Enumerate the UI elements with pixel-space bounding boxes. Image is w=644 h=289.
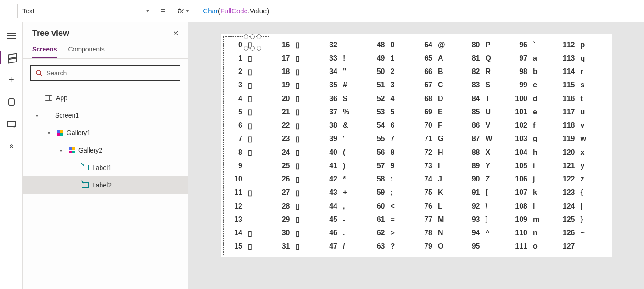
fx-button[interactable]: fx ▼ (171, 0, 196, 22)
tree-node-label1[interactable]: Label1 (23, 159, 188, 176)
ascii-cell: 109m (512, 213, 560, 226)
ascii-cell: 81Q (465, 51, 512, 65)
ascii-char: @ (438, 41, 445, 49)
ascii-cell: 22▯ (274, 119, 322, 132)
ascii-code: 116 (560, 95, 575, 103)
ascii-code: 122 (560, 175, 575, 183)
ascii-char: J (438, 175, 445, 183)
ascii-cell: 97a (512, 51, 560, 65)
ascii-cell: 73I (417, 159, 465, 172)
resize-handle[interactable] (244, 46, 248, 51)
ascii-char: c (533, 81, 540, 89)
ascii-cell: 71G (417, 132, 465, 146)
ascii-char: ( (343, 148, 350, 157)
ascii-cell: 105i (512, 159, 560, 172)
tree-node-screen1[interactable]: ▾ Screen1 (23, 107, 188, 124)
canvas-area[interactable]: 0▯1▯2▯3▯4▯5▯6▯7▯8▯91011▯121314▯15▯16▯17▯… (188, 22, 644, 289)
gallery1-selection-outline[interactable] (223, 36, 269, 255)
ascii-cell: 79O (417, 240, 465, 253)
tree: App ▾ Screen1 ▾ Gallery1 ▾ Gallery2 Labe… (23, 87, 188, 196)
resize-handle[interactable] (250, 46, 255, 51)
ascii-cell: 29▯ (274, 213, 322, 226)
ascii-char: y (581, 162, 588, 170)
property-selector[interactable]: Text ▼ (17, 4, 155, 18)
chevron-down-icon[interactable]: ▾ (60, 148, 65, 153)
tree-node-label: Label2 (92, 181, 112, 189)
search-input[interactable]: Search (30, 65, 180, 81)
ascii-code: 103 (512, 135, 527, 143)
data-icon[interactable] (6, 96, 17, 108)
ascii-cell: 89Y (465, 159, 512, 172)
chevron-down-icon[interactable]: ▾ (36, 113, 41, 118)
ascii-char: k (533, 188, 540, 197)
ascii-cell: 110n (512, 227, 560, 240)
ascii-code: 109 (512, 215, 527, 224)
ascii-char: > (391, 229, 398, 237)
ascii-cell: 111o (512, 240, 560, 253)
tab-components[interactable]: Components (68, 43, 104, 58)
advanced-tools-icon[interactable]: ጰ (6, 141, 17, 152)
ascii-code: 87 (465, 135, 480, 143)
ascii-code: 40 (322, 148, 337, 157)
ascii-code: 66 (417, 68, 432, 76)
ascii-code: 107 (512, 188, 527, 197)
ascii-cell: 66B (417, 65, 465, 79)
ascii-char: ▯ (296, 229, 303, 238)
ascii-cell: 119w (560, 132, 607, 146)
media-icon[interactable] (6, 119, 17, 130)
ascii-cell: 62> (370, 227, 417, 240)
resize-handle[interactable] (257, 34, 261, 39)
tree-node-label2[interactable]: Label2 ... (23, 176, 188, 194)
ascii-cell: 17▯ (274, 51, 322, 65)
ascii-cell: 69E (417, 105, 465, 119)
ascii-cell: 94^ (465, 227, 512, 240)
hamburger-icon[interactable] (6, 30, 17, 41)
ascii-char: I (438, 162, 445, 170)
label-icon (82, 182, 89, 188)
ascii-char: ▯ (296, 54, 303, 62)
tree-node-gallery1[interactable]: ▾ Gallery1 (23, 124, 188, 142)
tree-node-gallery2[interactable]: ▾ Gallery2 (23, 142, 188, 159)
ascii-char: t (581, 95, 588, 103)
ascii-char: ▯ (296, 215, 303, 224)
gallery2-template-outline[interactable] (226, 36, 266, 48)
ascii-code: 39 (322, 135, 337, 143)
ascii-cell: 90Z (465, 173, 512, 186)
ascii-cell: 40( (322, 146, 370, 159)
ascii-char: O (438, 242, 445, 250)
ascii-code: 105 (512, 162, 527, 170)
ascii-char: ▯ (296, 68, 303, 76)
ascii-char: S (486, 81, 493, 89)
ascii-char: { (581, 188, 588, 197)
chevron-down-icon: ▼ (146, 8, 150, 13)
ascii-cell: 61= (370, 213, 417, 226)
tree-view-icon[interactable] (6, 52, 17, 63)
ascii-code: 118 (560, 121, 575, 130)
ascii-char: $ (343, 95, 350, 103)
tree-node-app[interactable]: App (23, 89, 188, 107)
chevron-down-icon[interactable]: ▾ (48, 130, 53, 136)
ascii-code: 79 (417, 242, 432, 250)
resize-handle[interactable] (250, 34, 255, 39)
ascii-code: 112 (560, 41, 575, 49)
gallery-icon (57, 130, 63, 136)
resize-handle[interactable] (257, 46, 261, 51)
ascii-char: 2 (391, 68, 398, 76)
ascii-code: 57 (370, 162, 385, 170)
chevron-down-icon: ▼ (185, 8, 190, 13)
ascii-cell: 126~ (560, 227, 607, 240)
ascii-char: x (581, 148, 588, 157)
resize-handle[interactable] (244, 34, 248, 39)
formula-token: FullCode (220, 7, 248, 15)
canvas-page[interactable]: 0▯1▯2▯3▯4▯5▯6▯7▯8▯91011▯121314▯15▯16▯17▯… (221, 34, 612, 257)
ascii-char: ! (343, 54, 350, 62)
tab-screens[interactable]: Screens (32, 43, 57, 58)
close-icon[interactable]: ✕ (173, 29, 179, 38)
insert-icon[interactable]: + (6, 74, 17, 85)
ascii-char: < (391, 202, 398, 210)
more-icon[interactable]: ... (171, 181, 179, 189)
formula-input[interactable]: Char( FullCode.Value ) (196, 0, 644, 22)
ascii-code: 94 (465, 229, 480, 237)
ascii-char: 0 (391, 41, 398, 49)
ascii-char: % (343, 108, 350, 116)
